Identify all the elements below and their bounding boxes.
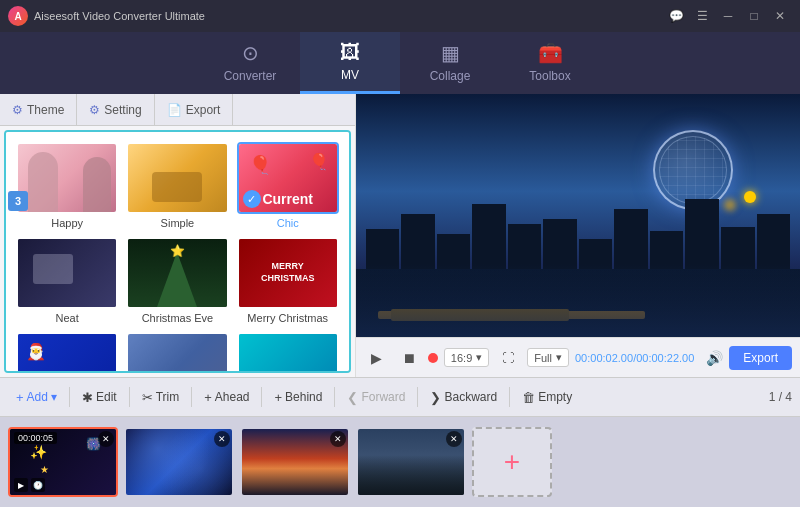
theme-stripes-waves[interactable]: 🧍 Stripes & Waves [237, 332, 339, 373]
theme-count-badge: 3 [8, 191, 28, 211]
trim-icon: ✂ [142, 390, 153, 405]
theme-simple-thumb [126, 142, 228, 214]
clip2-close[interactable]: ✕ [214, 431, 230, 447]
theme-neat[interactable]: Neat [16, 237, 118, 324]
video-buildings [356, 199, 800, 269]
export-button[interactable]: Export [729, 346, 792, 370]
clip1-duration: 00:00:05 [14, 432, 57, 444]
tab-export[interactable]: 📄 Export [155, 94, 234, 125]
theme-tab-icon: ⚙ [12, 103, 23, 117]
timeline-add-button[interactable]: + [472, 427, 552, 497]
building-8 [614, 209, 648, 269]
timeline-item-4[interactable]: ✕ [356, 427, 466, 497]
timeline: ✨ 🎆 ★ 00:00:05 ✕ ▶ 🕐 ✕ ✕ ✕ + [0, 417, 800, 507]
behind-button[interactable]: + Behind [266, 386, 330, 409]
ratio-dropdown-icon: ▾ [476, 351, 482, 364]
clip1-play-icon[interactable]: ▶ [14, 478, 28, 492]
nav-toolbox-label: Toolbox [529, 69, 570, 83]
clip1-clock-icon: 🕐 [31, 478, 45, 492]
theme-christmas-eve[interactable]: ⭐ Christmas Eve [126, 237, 228, 324]
video-preview [356, 94, 800, 337]
theme-merry-christmas-label: Merry Christmas [247, 312, 328, 324]
tab-export-label: Export [186, 103, 221, 117]
edit-button[interactable]: ✱ Edit [74, 386, 125, 409]
tab-setting-label: Setting [104, 103, 141, 117]
display-select[interactable]: Full ▾ [527, 348, 569, 367]
right-panel: ▶ ⏹ 16:9 ▾ ⛶ Full ▾ 00:00:02.00/00:00:22… [356, 94, 800, 377]
nav-converter-label: Converter [224, 69, 277, 83]
theme-chic[interactable]: 🎈 🎈 Current ✓ Chic [237, 142, 339, 229]
add-clip-icon: + [504, 446, 520, 478]
nav-toolbox[interactable]: 🧰 Toolbox [500, 32, 600, 94]
clip1-controls: ▶ 🕐 [14, 478, 45, 492]
theme-chic-label: Chic [277, 217, 299, 229]
theme-happy-thumb [16, 142, 118, 214]
sep-2 [129, 387, 130, 407]
theme-merry-christmas-thumb: MERRYCHRISTMAS [237, 237, 339, 309]
backward-button[interactable]: ❯ Backward [422, 386, 505, 409]
sep-5 [334, 387, 335, 407]
theme-christmas-eve-label: Christmas Eve [142, 312, 214, 324]
play-button[interactable]: ▶ [364, 345, 390, 371]
building-4 [472, 204, 506, 269]
nav-collage[interactable]: ▦ Collage [400, 32, 500, 94]
sep-4 [261, 387, 262, 407]
theme-simple[interactable]: Simple [126, 142, 228, 229]
clip4-close[interactable]: ✕ [446, 431, 462, 447]
panel-tabs: ⚙ Theme ⚙ Setting 📄 Export [0, 94, 355, 126]
app-logo: A [8, 6, 28, 26]
timeline-item-1[interactable]: ✨ 🎆 ★ 00:00:05 ✕ ▶ 🕐 [8, 427, 118, 497]
theme-merry-christmas[interactable]: MERRYCHRISTMAS Merry Christmas [237, 237, 339, 324]
tab-theme[interactable]: ⚙ Theme [0, 94, 77, 125]
left-panel: 3 ⚙ Theme ⚙ Setting 📄 Export [0, 94, 356, 377]
backward-icon: ❯ [430, 390, 441, 405]
window-controls: 💬 ☰ ─ □ ✕ [664, 6, 792, 26]
building-12 [757, 214, 791, 269]
ahead-button[interactable]: + Ahead [196, 386, 257, 409]
close-btn[interactable]: ✕ [768, 6, 792, 26]
theme-snowy-night-thumb: 👵 [126, 332, 228, 373]
toolbox-icon: 🧰 [538, 41, 563, 65]
nav-converter[interactable]: ⊙ Converter [200, 32, 300, 94]
tab-setting[interactable]: ⚙ Setting [77, 94, 154, 125]
theme-santa-claus[interactable]: 🎅 Santa Claus [16, 332, 118, 373]
volume-icon[interactable]: 🔊 [706, 350, 723, 366]
behind-icon: + [274, 390, 282, 405]
building-2 [401, 214, 435, 269]
forward-icon: ❮ [347, 390, 358, 405]
building-10 [685, 199, 719, 269]
forward-button[interactable]: ❮ Forward [339, 386, 413, 409]
trim-button[interactable]: ✂ Trim [134, 386, 188, 409]
theme-happy[interactable]: Happy [16, 142, 118, 229]
page-indicator: 1 / 4 [769, 390, 792, 404]
nav-mv[interactable]: 🖼 MV [300, 32, 400, 94]
add-icon: + [16, 390, 24, 405]
video-reflection [356, 264, 800, 337]
mv-icon: 🖼 [340, 41, 360, 64]
main-nav: ⊙ Converter 🖼 MV ▦ Collage 🧰 Toolbox [0, 32, 800, 94]
chat-btn[interactable]: 💬 [664, 6, 688, 26]
clip1-close[interactable]: ✕ [98, 431, 114, 447]
add-button[interactable]: + Add ▾ [8, 386, 65, 409]
player-controls: ▶ ⏹ 16:9 ▾ ⛶ Full ▾ 00:00:02.00/00:00:22… [356, 337, 800, 377]
maximize-btn[interactable]: □ [742, 6, 766, 26]
stop-button[interactable]: ⏹ [396, 345, 422, 371]
ratio-select[interactable]: 16:9 ▾ [444, 348, 489, 367]
converter-icon: ⊙ [242, 41, 259, 65]
minimize-btn[interactable]: ─ [716, 6, 740, 26]
building-5 [508, 224, 542, 269]
menu-btn[interactable]: ☰ [690, 6, 714, 26]
empty-button[interactable]: 🗑 Empty [514, 386, 580, 409]
clip3-close[interactable]: ✕ [330, 431, 346, 447]
fullscreen-button[interactable]: ⛶ [495, 345, 521, 371]
theme-happy-label: Happy [51, 217, 83, 229]
sep-1 [69, 387, 70, 407]
theme-snowy-night[interactable]: 👵 Snowy Night [126, 332, 228, 373]
app-title: Aiseesoft Video Converter Ultimate [34, 10, 658, 22]
sep-3 [191, 387, 192, 407]
video-background [356, 94, 800, 337]
setting-tab-icon: ⚙ [89, 103, 100, 117]
timeline-item-2[interactable]: ✕ [124, 427, 234, 497]
display-value: Full [534, 352, 552, 364]
timeline-item-3[interactable]: ✕ [240, 427, 350, 497]
